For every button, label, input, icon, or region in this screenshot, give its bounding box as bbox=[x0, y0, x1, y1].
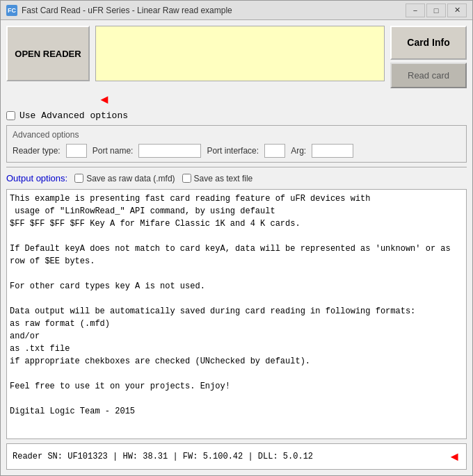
raw-data-checkbox-item: Save as raw data (.mfd) bbox=[74, 174, 175, 183]
text-output-area[interactable]: This example is presenting fast card rea… bbox=[6, 189, 467, 439]
port-name-label: Port name: bbox=[93, 146, 134, 156]
status-arrow-icon: ◄ bbox=[448, 450, 460, 464]
separator bbox=[6, 167, 467, 167]
right-button-panel: Card Info Read card bbox=[390, 26, 467, 88]
advanced-checkbox-row: Use Advanced options bbox=[6, 110, 467, 121]
arg-label: Arg: bbox=[291, 146, 306, 156]
use-advanced-label: Use Advanced options bbox=[19, 110, 128, 121]
window-title: Fast Card Read - uFR Series - Linear Raw… bbox=[22, 6, 406, 15]
save-text-label: Save as text file bbox=[194, 174, 253, 183]
status-text: Reader SN: UF101323 | HW: 38.31 | FW: 5.… bbox=[13, 452, 444, 461]
main-window: FC Fast Card Read - uFR Series - Linear … bbox=[0, 0, 473, 476]
arrow-indicator-row: ◄ bbox=[6, 92, 467, 106]
arrow-icon: ◄ bbox=[98, 92, 111, 107]
window-controls: − □ ✕ bbox=[406, 3, 467, 17]
reader-type-label: Reader type: bbox=[13, 146, 61, 156]
save-raw-label: Save as raw data (.mfd) bbox=[86, 174, 175, 183]
use-advanced-checkbox[interactable] bbox=[6, 111, 15, 120]
minimize-button[interactable]: − bbox=[406, 3, 425, 17]
port-interface-label: Port interface: bbox=[207, 146, 259, 156]
status-bar: Reader SN: UF101323 | HW: 38.31 | FW: 5.… bbox=[6, 443, 467, 470]
save-text-checkbox[interactable] bbox=[182, 174, 191, 183]
card-info-button[interactable]: Card Info bbox=[390, 26, 467, 60]
open-reader-button[interactable]: OPEN READER bbox=[6, 26, 90, 81]
app-icon: FC bbox=[6, 5, 17, 16]
close-button[interactable]: ✕ bbox=[447, 3, 467, 17]
port-interface-input[interactable] bbox=[264, 144, 285, 158]
read-card-button[interactable]: Read card bbox=[390, 63, 467, 88]
reader-type-input[interactable] bbox=[66, 144, 87, 158]
arg-input[interactable] bbox=[312, 144, 353, 158]
advanced-options-group: Advanced options Reader type: Port name:… bbox=[6, 125, 467, 163]
output-options-label: Output options: bbox=[6, 173, 67, 183]
title-bar: FC Fast Card Read - uFR Series - Linear … bbox=[1, 1, 472, 20]
maximize-button[interactable]: □ bbox=[426, 3, 446, 17]
save-raw-checkbox[interactable] bbox=[74, 174, 83, 183]
text-file-checkbox-item: Save as text file bbox=[182, 174, 253, 183]
advanced-group-legend: Advanced options bbox=[13, 130, 460, 140]
card-display-area bbox=[95, 26, 385, 81]
main-content: OPEN READER Card Info Read card ◄ Use Ad… bbox=[1, 20, 472, 475]
advanced-fields-row: Reader type: Port name: Port interface: … bbox=[13, 144, 460, 158]
top-section: OPEN READER Card Info Read card bbox=[6, 26, 467, 88]
output-options-row: Output options: Save as raw data (.mfd) … bbox=[6, 172, 467, 185]
port-name-input[interactable] bbox=[138, 144, 201, 158]
